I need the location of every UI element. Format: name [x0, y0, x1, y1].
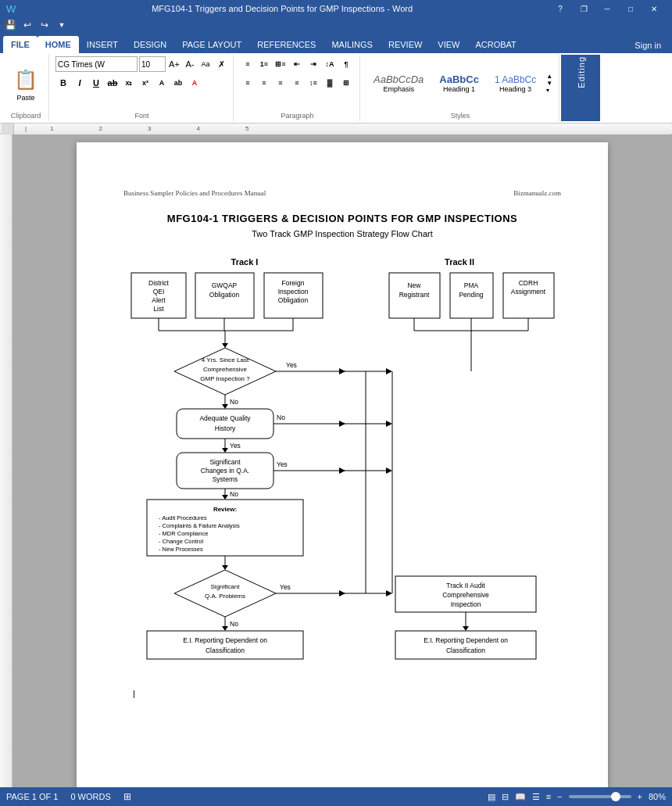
tab-acrobat[interactable]: ACROBAT: [467, 36, 524, 53]
change-case-button[interactable]: Aa: [198, 57, 213, 71]
tab-page-layout[interactable]: PAGE LAYOUT: [174, 36, 249, 53]
svg-text:No: No: [230, 490, 238, 498]
svg-marker-50: [386, 421, 392, 427]
font-label: Font: [134, 110, 148, 120]
increase-font-button[interactable]: A+: [167, 57, 181, 71]
font-name-input[interactable]: [55, 56, 138, 72]
svg-text:- Complaints & Failure Analysi: - Complaints & Failure Analysis: [159, 522, 240, 529]
numbering-button[interactable]: 1≡: [256, 56, 272, 72]
tab-design[interactable]: DESIGN: [126, 36, 174, 53]
svg-marker-41: [222, 404, 228, 409]
tab-review[interactable]: REVIEW: [381, 36, 430, 53]
justify-button[interactable]: ≡: [289, 75, 305, 91]
paste-label: Paste: [16, 94, 34, 102]
highlight-button[interactable]: ab: [170, 75, 186, 91]
text-effects-button[interactable]: A: [154, 75, 170, 91]
view-outline-icon[interactable]: ☰: [532, 792, 540, 802]
tab-references[interactable]: REFERENCES: [249, 36, 323, 53]
tab-mailings[interactable]: MAILINGS: [323, 36, 381, 53]
svg-text:E.I. Reporting Dependent on: E.I. Reporting Dependent on: [424, 636, 508, 644]
tab-file[interactable]: FILE: [3, 36, 38, 53]
font-group: A+ A- Aa ✗ B I U ab x₂ x² A ab A Font: [51, 55, 234, 121]
view-read-icon[interactable]: 📖: [515, 792, 526, 802]
align-right-button[interactable]: ≡: [273, 75, 288, 91]
minimize-button[interactable]: ─: [595, 0, 619, 17]
paste-button[interactable]: 📋 Paste: [8, 63, 44, 104]
customize-quick-button[interactable]: ▼: [55, 18, 69, 32]
decrease-indent-button[interactable]: ⇤: [289, 56, 305, 72]
italic-button[interactable]: I: [72, 75, 88, 91]
style-heading1[interactable]: AaBbCc Heading 1: [432, 70, 486, 97]
svg-text:GWQAP: GWQAP: [212, 281, 238, 289]
strikethrough-button[interactable]: ab: [105, 75, 120, 91]
bold-button[interactable]: B: [55, 75, 71, 91]
view-draft-icon[interactable]: ≡: [546, 792, 551, 801]
status-right: ▤ ⊟ 📖 ☰ ≡ − + 80%: [488, 792, 666, 802]
zoom-out-button[interactable]: −: [557, 792, 562, 801]
clipboard-content: 📋 Paste: [8, 56, 44, 110]
svg-text:Yes: Yes: [286, 361, 297, 369]
borders-button[interactable]: ⊞: [338, 75, 354, 91]
superscript-button[interactable]: x²: [138, 75, 153, 91]
increase-indent-button[interactable]: ⇥: [306, 56, 321, 72]
sort-button[interactable]: ↕A: [322, 56, 338, 72]
svg-text:Pending: Pending: [459, 291, 483, 299]
help-button[interactable]: ?: [549, 0, 572, 17]
window-controls[interactable]: ? ❐ ─ □ ✕: [549, 0, 666, 17]
svg-text:Classification: Classification: [446, 647, 485, 654]
zoom-in-button[interactable]: +: [638, 792, 642, 801]
scroll-area[interactable]: Business Sampler Policies and Procedures…: [13, 134, 672, 787]
layout-icon[interactable]: ⊞: [123, 791, 131, 802]
align-left-button[interactable]: ≡: [240, 75, 256, 91]
track1-label: Track I: [231, 257, 259, 267]
svg-text:No: No: [230, 620, 238, 628]
undo-quick-button[interactable]: ↩: [20, 18, 34, 32]
tab-view[interactable]: VIEW: [430, 36, 467, 53]
multilevel-button[interactable]: ⊞≡: [273, 56, 288, 72]
font-top-row: A+ A- Aa ✗: [55, 56, 228, 72]
svg-text:- Audit Procedures: - Audit Procedures: [159, 514, 207, 521]
svg-text:- New Processes: - New Processes: [159, 546, 203, 553]
font-size-input[interactable]: [139, 56, 166, 72]
maximize-button[interactable]: □: [619, 0, 642, 17]
align-center-button[interactable]: ≡: [256, 75, 272, 91]
zoom-slider[interactable]: [569, 795, 631, 798]
shading-button[interactable]: ▓: [322, 75, 338, 91]
header-right: Bizmanualz.com: [513, 189, 561, 197]
status-left: PAGE 1 OF 1 0 WORDS ⊞: [6, 791, 131, 802]
style-heading1-label: Heading 1: [443, 85, 475, 93]
style-emphasis[interactable]: AaBbCcDa Emphasis: [366, 70, 431, 97]
restore-button[interactable]: ❐: [572, 0, 595, 17]
clear-format-button[interactable]: ✗: [214, 57, 228, 71]
svg-text:Systems: Systems: [213, 475, 238, 483]
decrease-font-button[interactable]: A-: [183, 57, 197, 71]
tab-home[interactable]: HOME: [38, 36, 79, 53]
show-hide-button[interactable]: ¶: [338, 56, 354, 72]
svg-text:New: New: [407, 281, 421, 289]
view-print-icon[interactable]: ▤: [488, 792, 495, 802]
underline-button[interactable]: U: [88, 75, 104, 91]
font-color-button[interactable]: A: [187, 75, 202, 91]
document-subtitle: Two Track GMP Inspection Strategy Flow C…: [123, 229, 561, 238]
bullets-button[interactable]: ≡: [240, 56, 256, 72]
svg-text:No: No: [230, 398, 238, 406]
subscript-button[interactable]: x₂: [121, 75, 137, 91]
svg-text:- MDR Compliance: - MDR Compliance: [159, 530, 208, 537]
svg-text:District: District: [148, 279, 170, 287]
style-heading3[interactable]: 1 AaBbCc Heading 3: [488, 70, 543, 97]
svg-text:Obligation: Obligation: [209, 291, 240, 299]
styles-scroll[interactable]: ▲ ▼ ▾: [545, 73, 554, 94]
tab-insert[interactable]: INSERT: [79, 36, 126, 53]
line-spacing-button[interactable]: ↕≡: [306, 75, 321, 91]
header-left: Business Sampler Policies and Procedures…: [123, 189, 266, 197]
sign-in-button[interactable]: Sign in: [627, 38, 669, 53]
redo-quick-button[interactable]: ↪: [38, 18, 52, 32]
save-quick-button[interactable]: 💾: [3, 18, 17, 32]
svg-marker-84: [222, 626, 228, 631]
svg-text:Inspection: Inspection: [451, 600, 481, 608]
word-count: 0 WORDS: [70, 792, 110, 801]
window-title: MFG104-1 Triggers and Decision Points fo…: [16, 4, 549, 13]
close-button[interactable]: ✕: [642, 0, 666, 17]
view-web-icon[interactable]: ⊟: [502, 792, 509, 802]
svg-marker-99: [463, 626, 469, 631]
